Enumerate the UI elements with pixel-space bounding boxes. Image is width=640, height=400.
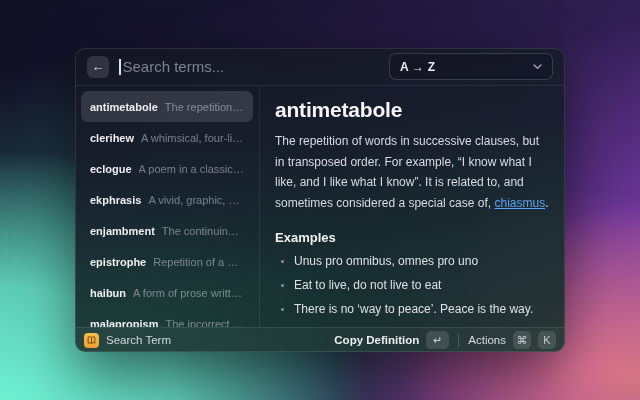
command-name: Search Term [106,334,171,346]
list-item[interactable]: clerihew A whimsical, four-line... [81,122,253,153]
footer-divider [458,334,459,347]
open-book-icon [84,333,99,348]
copy-definition-button[interactable]: Copy Definition [334,334,419,346]
detail-title: antimetabole [275,98,550,122]
term-name: ekphrasis [90,194,141,206]
example-item: Unus pro omnibus, omnes pro uno [294,253,550,270]
examples-list: Unus pro omnibus, omnes pro uno Eat to l… [275,253,550,319]
list-item[interactable]: malapropism The incorrect use... [81,308,253,327]
term-name: malapropism [90,318,158,328]
list-item[interactable]: ekphrasis A vivid, graphic, or d... [81,184,253,215]
list-item[interactable]: eclogue A poem in a classical s... [81,153,253,184]
search-placeholder: Search terms... [123,58,225,75]
term-name: antimetabole [90,101,158,113]
term-summary: The incorrect use... [165,318,244,328]
term-name: enjambment [90,225,155,237]
list-item[interactable]: haibun A form of prose written i... [81,277,253,308]
back-arrow-icon: ← [92,59,105,74]
term-summary: The repetition of... [165,101,244,113]
terms-list: antimetabole The repetition of... clerih… [75,86,260,327]
term-summary: A form of prose written i... [133,287,244,299]
chiasmus-link[interactable]: chiasmus [494,196,545,210]
detail-panel: antimetabole The repetition of words in … [260,86,565,327]
k-key-icon[interactable]: K [538,331,556,349]
action-bar: Search Term Copy Definition ↵ Actions ⌘ … [75,327,565,352]
text-caret [119,59,121,75]
term-summary: Repetition of a word... [153,256,244,268]
actions-button[interactable]: Actions [468,334,506,346]
list-item[interactable]: antimetabole The repetition of... [81,91,253,122]
term-name: clerihew [90,132,134,144]
term-summary: A whimsical, four-line... [141,132,244,144]
example-item: Eat to live, do not live to eat [294,277,550,294]
examples-heading: Examples [275,230,550,245]
desktop-background: ← Search terms... A → Z antimetabole The… [0,0,640,400]
term-name: epistrophe [90,256,146,268]
example-item: There is no ‘way to peace’. Peace is the… [294,301,550,318]
back-button[interactable]: ← [87,56,109,78]
term-summary: The continuing of... [162,225,244,237]
search-input[interactable]: Search terms... [119,58,379,75]
list-item[interactable]: enjambment The continuing of... [81,215,253,246]
definition-text: The repetition of words in successive cl… [275,131,550,214]
enter-key-icon[interactable]: ↵ [426,331,449,349]
sort-order-dropdown[interactable]: A → Z [389,53,553,80]
chevron-down-icon [533,64,542,70]
term-name: eclogue [90,163,132,175]
search-header: ← Search terms... A → Z [75,48,565,86]
launcher-window: ← Search terms... A → Z antimetabole The… [75,48,565,352]
term-summary: A poem in a classical s... [139,163,244,175]
content-area: antimetabole The repetition of... clerih… [75,86,565,327]
cmd-key-icon[interactable]: ⌘ [513,331,531,349]
sort-order-value: A → Z [400,60,435,74]
list-item[interactable]: epistrophe Repetition of a word... [81,246,253,277]
term-summary: A vivid, graphic, or d... [148,194,244,206]
term-name: haibun [90,287,126,299]
definition-after-link: . [545,196,548,210]
